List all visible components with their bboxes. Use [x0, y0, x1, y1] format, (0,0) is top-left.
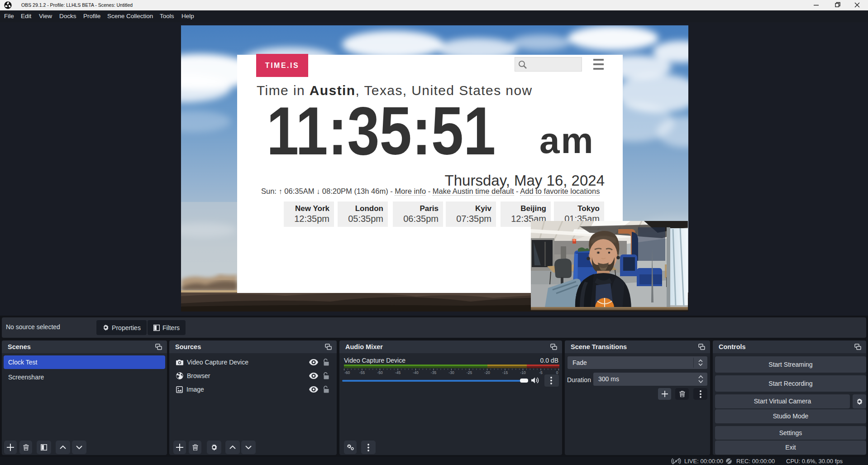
svg-text:-40: -40 — [413, 370, 419, 375]
svg-text:-50: -50 — [377, 370, 383, 375]
svg-text:-5: -5 — [539, 370, 543, 375]
svg-text:-10: -10 — [520, 370, 526, 375]
svg-text:-15: -15 — [502, 370, 508, 375]
svg-text:-60: -60 — [344, 370, 350, 375]
svg-text:-35: -35 — [431, 370, 437, 375]
svg-text:-20: -20 — [484, 370, 490, 375]
svg-text:-55: -55 — [359, 370, 365, 375]
svg-text:-25: -25 — [467, 370, 472, 375]
svg-text:-30: -30 — [448, 370, 454, 375]
svg-text:-45: -45 — [395, 370, 401, 375]
